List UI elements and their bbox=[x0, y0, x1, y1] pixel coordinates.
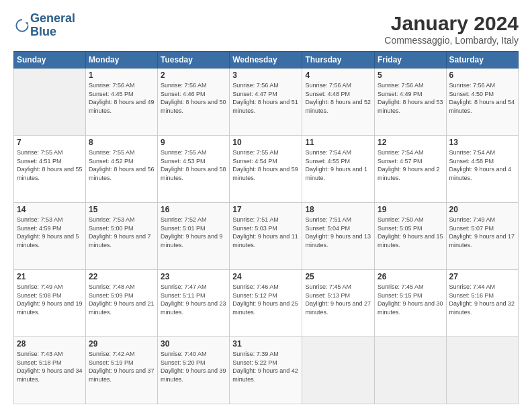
calendar-header: SundayMondayTuesdayWednesdayThursdayFrid… bbox=[14, 52, 519, 68]
calendar-body: 1Sunrise: 7:56 AMSunset: 4:45 PMDaylight… bbox=[14, 68, 519, 404]
day-info: Sunrise: 7:55 AMSunset: 4:52 PMDaylight:… bbox=[89, 148, 154, 182]
calendar-cell: 29Sunrise: 7:42 AMSunset: 5:19 PMDayligh… bbox=[85, 337, 157, 404]
day-number: 13 bbox=[449, 138, 515, 147]
weekday-header-tuesday: Tuesday bbox=[158, 52, 230, 68]
day-info: Sunrise: 7:42 AMSunset: 5:19 PMDaylight:… bbox=[89, 350, 154, 383]
calendar-cell: 12Sunrise: 7:54 AMSunset: 4:57 PMDayligh… bbox=[374, 136, 446, 203]
title-block: January 2024 Commessaggio, Lombardy, Ita… bbox=[384, 12, 519, 46]
day-info: Sunrise: 7:56 AMSunset: 4:50 PMDaylight:… bbox=[449, 81, 515, 115]
month-title: January 2024 bbox=[384, 12, 519, 35]
calendar-cell: 4Sunrise: 7:56 AMSunset: 4:48 PMDaylight… bbox=[302, 68, 375, 136]
calendar-cell: 31Sunrise: 7:39 AMSunset: 5:22 PMDayligh… bbox=[230, 337, 302, 404]
calendar-cell: 16Sunrise: 7:52 AMSunset: 5:01 PMDayligh… bbox=[158, 203, 230, 270]
logo-icon bbox=[15, 19, 29, 32]
day-number: 8 bbox=[89, 138, 154, 147]
calendar-cell: 11Sunrise: 7:54 AMSunset: 4:55 PMDayligh… bbox=[302, 136, 375, 203]
day-number: 29 bbox=[89, 339, 154, 349]
day-number: 26 bbox=[378, 272, 443, 281]
day-number: 12 bbox=[378, 138, 443, 147]
day-info: Sunrise: 7:40 AMSunset: 5:20 PMDaylight:… bbox=[161, 350, 226, 383]
day-number: 4 bbox=[305, 71, 371, 80]
day-number: 22 bbox=[89, 272, 154, 281]
day-number: 25 bbox=[305, 272, 371, 281]
calendar-cell: 21Sunrise: 7:49 AMSunset: 5:08 PMDayligh… bbox=[14, 270, 86, 337]
day-number: 9 bbox=[161, 138, 226, 147]
calendar-cell: 19Sunrise: 7:50 AMSunset: 5:05 PMDayligh… bbox=[374, 203, 446, 270]
day-number: 15 bbox=[89, 205, 154, 214]
day-info: Sunrise: 7:47 AMSunset: 5:11 PMDaylight:… bbox=[161, 283, 226, 316]
day-number: 18 bbox=[305, 205, 371, 214]
day-number: 5 bbox=[378, 71, 443, 80]
day-info: Sunrise: 7:56 AMSunset: 4:49 PMDaylight:… bbox=[378, 81, 443, 115]
calendar-cell: 5Sunrise: 7:56 AMSunset: 4:49 PMDaylight… bbox=[374, 68, 446, 136]
day-number: 7 bbox=[17, 138, 83, 147]
day-number: 1 bbox=[89, 71, 154, 80]
day-info: Sunrise: 7:45 AMSunset: 5:15 PMDaylight:… bbox=[378, 283, 443, 316]
calendar-cell: 27Sunrise: 7:44 AMSunset: 5:16 PMDayligh… bbox=[446, 270, 518, 337]
calendar-cell: 6Sunrise: 7:56 AMSunset: 4:50 PMDaylight… bbox=[446, 68, 518, 136]
calendar-cell: 8Sunrise: 7:55 AMSunset: 4:52 PMDaylight… bbox=[85, 136, 157, 203]
calendar-cell: 13Sunrise: 7:54 AMSunset: 4:58 PMDayligh… bbox=[446, 136, 518, 203]
day-info: Sunrise: 7:54 AMSunset: 4:55 PMDaylight:… bbox=[305, 148, 371, 182]
calendar-cell: 10Sunrise: 7:55 AMSunset: 4:54 PMDayligh… bbox=[230, 136, 302, 203]
calendar-week-4: 21Sunrise: 7:49 AMSunset: 5:08 PMDayligh… bbox=[14, 270, 519, 337]
calendar-cell bbox=[302, 337, 375, 404]
day-number: 19 bbox=[378, 205, 443, 214]
calendar-cell bbox=[374, 337, 446, 404]
day-info: Sunrise: 7:51 AMSunset: 5:03 PMDaylight:… bbox=[232, 216, 299, 249]
day-number: 23 bbox=[161, 272, 226, 281]
page-header: General Blue January 2024 Commessaggio, … bbox=[13, 12, 519, 46]
day-number: 3 bbox=[232, 71, 299, 80]
day-info: Sunrise: 7:56 AMSunset: 4:46 PMDaylight:… bbox=[161, 81, 226, 115]
calendar-week-2: 7Sunrise: 7:55 AMSunset: 4:51 PMDaylight… bbox=[14, 136, 519, 203]
day-number: 27 bbox=[449, 272, 515, 281]
day-info: Sunrise: 7:55 AMSunset: 4:53 PMDaylight:… bbox=[161, 148, 226, 182]
calendar-cell bbox=[14, 68, 86, 136]
weekday-header-monday: Monday bbox=[85, 52, 157, 68]
calendar-cell: 30Sunrise: 7:40 AMSunset: 5:20 PMDayligh… bbox=[158, 337, 230, 404]
weekday-header-row: SundayMondayTuesdayWednesdayThursdayFrid… bbox=[14, 52, 519, 68]
calendar-cell: 14Sunrise: 7:53 AMSunset: 4:59 PMDayligh… bbox=[14, 203, 86, 270]
weekday-header-sunday: Sunday bbox=[14, 52, 86, 68]
calendar-page: General Blue January 2024 Commessaggio, … bbox=[0, 0, 532, 411]
day-number: 14 bbox=[17, 205, 83, 214]
day-number: 17 bbox=[232, 205, 299, 214]
day-number: 16 bbox=[161, 205, 226, 214]
day-info: Sunrise: 7:56 AMSunset: 4:47 PMDaylight:… bbox=[232, 81, 299, 115]
calendar-cell: 20Sunrise: 7:49 AMSunset: 5:07 PMDayligh… bbox=[446, 203, 518, 270]
day-number: 20 bbox=[449, 205, 515, 214]
day-info: Sunrise: 7:49 AMSunset: 5:08 PMDaylight:… bbox=[17, 283, 83, 316]
calendar-cell: 17Sunrise: 7:51 AMSunset: 5:03 PMDayligh… bbox=[230, 203, 302, 270]
logo: General Blue bbox=[13, 12, 75, 39]
location-text: Commessaggio, Lombardy, Italy bbox=[384, 35, 519, 46]
day-number: 11 bbox=[305, 138, 371, 147]
day-info: Sunrise: 7:52 AMSunset: 5:01 PMDaylight:… bbox=[161, 216, 226, 249]
calendar-cell: 7Sunrise: 7:55 AMSunset: 4:51 PMDaylight… bbox=[14, 136, 86, 203]
calendar-table: SundayMondayTuesdayWednesdayThursdayFrid… bbox=[13, 51, 519, 404]
day-number: 30 bbox=[161, 339, 226, 349]
calendar-cell: 26Sunrise: 7:45 AMSunset: 5:15 PMDayligh… bbox=[374, 270, 446, 337]
day-number: 6 bbox=[449, 71, 515, 80]
day-info: Sunrise: 7:45 AMSunset: 5:13 PMDaylight:… bbox=[305, 283, 371, 316]
day-info: Sunrise: 7:55 AMSunset: 4:51 PMDaylight:… bbox=[17, 148, 83, 182]
calendar-cell: 22Sunrise: 7:48 AMSunset: 5:09 PMDayligh… bbox=[85, 270, 157, 337]
day-info: Sunrise: 7:55 AMSunset: 4:54 PMDaylight:… bbox=[232, 148, 299, 182]
day-number: 2 bbox=[161, 71, 226, 80]
calendar-cell: 1Sunrise: 7:56 AMSunset: 4:45 PMDaylight… bbox=[85, 68, 157, 136]
calendar-week-3: 14Sunrise: 7:53 AMSunset: 4:59 PMDayligh… bbox=[14, 203, 519, 270]
calendar-cell: 25Sunrise: 7:45 AMSunset: 5:13 PMDayligh… bbox=[302, 270, 375, 337]
day-info: Sunrise: 7:39 AMSunset: 5:22 PMDaylight:… bbox=[232, 350, 299, 383]
calendar-cell: 28Sunrise: 7:43 AMSunset: 5:18 PMDayligh… bbox=[14, 337, 86, 404]
weekday-header-thursday: Thursday bbox=[302, 52, 375, 68]
day-info: Sunrise: 7:44 AMSunset: 5:16 PMDaylight:… bbox=[449, 283, 515, 316]
calendar-cell: 18Sunrise: 7:51 AMSunset: 5:04 PMDayligh… bbox=[302, 203, 375, 270]
calendar-cell bbox=[446, 337, 518, 404]
logo-text: General Blue bbox=[30, 12, 75, 39]
day-info: Sunrise: 7:51 AMSunset: 5:04 PMDaylight:… bbox=[305, 216, 371, 249]
day-info: Sunrise: 7:53 AMSunset: 4:59 PMDaylight:… bbox=[17, 216, 83, 249]
day-info: Sunrise: 7:43 AMSunset: 5:18 PMDaylight:… bbox=[17, 350, 83, 383]
day-info: Sunrise: 7:56 AMSunset: 4:45 PMDaylight:… bbox=[89, 81, 154, 115]
day-info: Sunrise: 7:56 AMSunset: 4:48 PMDaylight:… bbox=[305, 81, 371, 115]
calendar-cell: 23Sunrise: 7:47 AMSunset: 5:11 PMDayligh… bbox=[158, 270, 230, 337]
day-info: Sunrise: 7:48 AMSunset: 5:09 PMDaylight:… bbox=[89, 283, 154, 316]
